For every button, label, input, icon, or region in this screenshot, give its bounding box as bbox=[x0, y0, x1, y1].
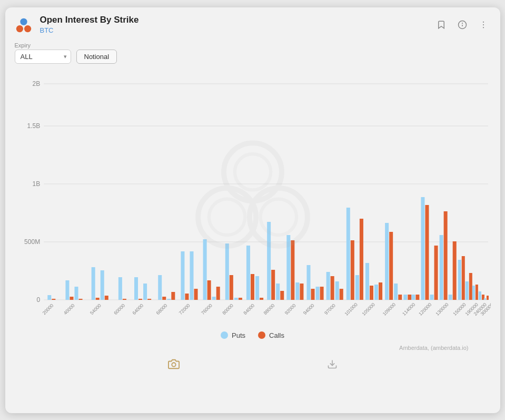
svg-text:2B: 2B bbox=[32, 80, 40, 87]
bar-calls bbox=[78, 299, 82, 300]
bar-puts bbox=[267, 222, 271, 300]
svg-text:101000: 101000 bbox=[343, 301, 358, 316]
bar-puts bbox=[234, 298, 237, 300]
bar-calls bbox=[389, 232, 393, 300]
camera-button[interactable] bbox=[168, 358, 180, 373]
svg-text:150000: 150000 bbox=[452, 301, 467, 316]
svg-text:94000: 94000 bbox=[302, 302, 315, 316]
bar-calls bbox=[339, 289, 343, 300]
title-block: Open Interest By Strike BTC bbox=[40, 15, 434, 34]
bar-puts bbox=[295, 282, 299, 300]
bar-puts bbox=[355, 275, 359, 300]
svg-text:76000: 76000 bbox=[200, 302, 213, 316]
bar-puts bbox=[255, 276, 259, 300]
svg-point-8 bbox=[482, 27, 483, 28]
bar-calls bbox=[408, 295, 411, 300]
bar-calls bbox=[330, 276, 334, 300]
svg-text:130000: 130000 bbox=[434, 301, 449, 316]
bar-puts bbox=[335, 281, 339, 300]
legend-puts: Puts bbox=[221, 331, 245, 339]
bar-calls bbox=[260, 298, 263, 300]
chart-title: Open Interest By Strike bbox=[40, 15, 434, 25]
svg-text:1B: 1B bbox=[32, 180, 40, 188]
footer: Amberdata, (amberdata.io) bbox=[5, 343, 500, 358]
legend-calls-label: Calls bbox=[269, 331, 284, 339]
svg-text:88000: 88000 bbox=[262, 302, 275, 316]
bar-calls bbox=[171, 292, 175, 300]
bar-puts bbox=[158, 275, 162, 300]
svg-text:114000: 114000 bbox=[401, 301, 415, 316]
chart-subtitle: BTC bbox=[40, 26, 434, 34]
bar-calls bbox=[443, 211, 447, 300]
notional-button[interactable]: Notional bbox=[76, 50, 117, 64]
chart-legend: Puts Calls bbox=[5, 326, 500, 343]
bar-calls bbox=[70, 297, 73, 300]
chart-container: 0 500M 1B 1.5B 2B bbox=[15, 68, 491, 326]
bar-calls bbox=[486, 296, 488, 300]
bar-puts bbox=[212, 297, 215, 300]
svg-text:54000: 54000 bbox=[89, 302, 102, 316]
bar-calls bbox=[320, 287, 323, 300]
bar-calls bbox=[52, 299, 55, 300]
svg-text:60000: 60000 bbox=[113, 302, 126, 316]
svg-text:109000: 109000 bbox=[381, 301, 396, 316]
bookmark-button[interactable] bbox=[434, 17, 449, 32]
svg-text:92000: 92000 bbox=[283, 302, 296, 316]
bar-calls bbox=[95, 298, 99, 300]
bar-puts bbox=[411, 295, 415, 300]
expiry-control: Expiry ALL 2024-01-26 2024-02-23 2024-03… bbox=[15, 42, 71, 64]
bar-calls bbox=[238, 298, 242, 300]
bar-puts bbox=[276, 284, 280, 300]
header: Open Interest By Strike BTC bbox=[5, 7, 500, 39]
bar-puts bbox=[74, 287, 78, 300]
download-button[interactable] bbox=[327, 359, 338, 372]
bar-puts bbox=[430, 295, 433, 300]
bar-calls bbox=[379, 282, 382, 300]
footer-bottom bbox=[5, 358, 500, 378]
legend-calls-dot bbox=[258, 331, 265, 339]
bar-calls bbox=[122, 299, 126, 300]
bar-puts bbox=[439, 235, 443, 300]
bar-puts bbox=[365, 263, 369, 300]
info-button[interactable] bbox=[455, 17, 470, 32]
bar-calls bbox=[452, 241, 456, 300]
svg-text:72000: 72000 bbox=[177, 302, 191, 316]
bar-puts bbox=[458, 260, 461, 300]
svg-text:120000: 120000 bbox=[418, 301, 432, 316]
bar-calls bbox=[475, 285, 478, 300]
main-card: Open Interest By Strike BTC bbox=[5, 7, 500, 413]
bar-puts bbox=[385, 223, 389, 300]
bar-calls bbox=[216, 287, 220, 300]
bar-calls bbox=[461, 256, 464, 300]
bar-calls bbox=[434, 246, 438, 300]
controls: Expiry ALL 2024-01-26 2024-02-23 2024-03… bbox=[5, 39, 500, 66]
bar-puts bbox=[286, 235, 290, 300]
bar-puts bbox=[326, 272, 330, 300]
legend-puts-label: Puts bbox=[232, 331, 245, 339]
expiry-select[interactable]: ALL 2024-01-26 2024-02-23 2024-03-29 bbox=[15, 50, 71, 64]
bar-calls bbox=[138, 299, 142, 300]
expiry-select-wrapper: ALL 2024-01-26 2024-02-23 2024-03-29 bbox=[15, 50, 71, 64]
bar-puts bbox=[374, 285, 378, 300]
svg-text:84000: 84000 bbox=[242, 302, 255, 316]
bar-puts bbox=[47, 295, 51, 300]
svg-text:20000: 20000 bbox=[41, 302, 54, 316]
svg-text:0: 0 bbox=[36, 296, 40, 304]
bar-puts bbox=[65, 280, 69, 300]
more-button[interactable] bbox=[476, 17, 491, 32]
svg-text:500M: 500M bbox=[24, 238, 40, 246]
bar-puts bbox=[448, 295, 452, 300]
bar-calls bbox=[104, 296, 108, 300]
bar-calls bbox=[207, 280, 211, 300]
svg-text:97000: 97000 bbox=[323, 302, 336, 316]
bar-puts bbox=[143, 284, 147, 300]
svg-text:1.5B: 1.5B bbox=[27, 122, 40, 130]
legend-calls: Calls bbox=[258, 331, 284, 339]
bar-calls bbox=[280, 291, 284, 300]
svg-text:68000: 68000 bbox=[155, 302, 168, 316]
expiry-label: Expiry bbox=[15, 42, 71, 48]
bar-calls bbox=[359, 219, 363, 300]
bar-calls bbox=[229, 275, 233, 300]
bar-calls bbox=[415, 295, 419, 300]
bar-puts bbox=[403, 295, 407, 300]
